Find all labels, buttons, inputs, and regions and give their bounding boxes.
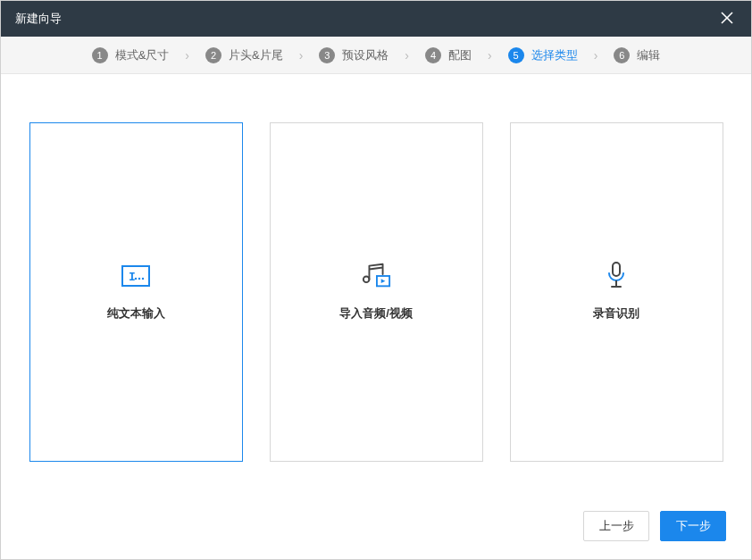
step-1[interactable]: 1 模式&尺寸: [88, 47, 173, 63]
step-2[interactable]: 2 片头&片尾: [202, 47, 287, 63]
wizard-window: 新建向导 1 模式&尺寸 › 2 片头&片尾 › 3 预设风格 › 4 配图 ›: [0, 0, 752, 560]
svg-point-4: [135, 278, 137, 280]
step-num: 4: [425, 47, 441, 63]
svg-point-7: [363, 276, 370, 282]
svg-point-6: [142, 278, 144, 280]
music-video-icon: [361, 263, 391, 289]
card-label: 纯文本输入: [107, 305, 165, 322]
step-6[interactable]: 6 编辑: [610, 47, 664, 63]
step-label: 模式&尺寸: [115, 47, 170, 63]
step-label: 选择类型: [531, 47, 578, 63]
step-num: 6: [614, 47, 630, 63]
chevron-right-icon: ›: [299, 48, 304, 63]
step-3[interactable]: 3 预设风格: [315, 47, 392, 63]
chevron-right-icon: ›: [405, 48, 409, 63]
microphone-icon: [601, 263, 631, 289]
chevron-right-icon: ›: [488, 48, 492, 63]
prev-button[interactable]: 上一步: [583, 511, 649, 541]
footer: 上一步 下一步: [1, 492, 751, 559]
step-label: 预设风格: [342, 47, 389, 63]
step-label: 编辑: [637, 47, 660, 63]
card-label: 导入音频/视频: [339, 305, 413, 322]
card-label: 录音识别: [593, 305, 639, 322]
text-input-icon: I: [121, 263, 151, 289]
card-import-media[interactable]: 导入音频/视频: [270, 122, 483, 462]
next-button[interactable]: 下一步: [660, 511, 726, 541]
titlebar: 新建向导: [1, 1, 751, 37]
step-4[interactable]: 4 配图: [422, 47, 475, 63]
step-num: 1: [92, 47, 108, 63]
card-area: I 纯文本输入 导入音频/视频: [1, 74, 751, 492]
card-record[interactable]: 录音识别: [510, 122, 723, 462]
svg-rect-9: [613, 263, 620, 276]
window-title: 新建向导: [15, 11, 62, 27]
svg-rect-2: [122, 266, 149, 286]
step-num: 2: [205, 47, 221, 63]
svg-point-5: [138, 278, 140, 280]
close-icon[interactable]: [717, 7, 737, 30]
chevron-right-icon: ›: [594, 48, 598, 63]
step-5[interactable]: 5 选择类型: [505, 47, 581, 63]
step-label: 配图: [448, 47, 472, 63]
chevron-right-icon: ›: [185, 48, 189, 63]
step-bar: 1 模式&尺寸 › 2 片头&片尾 › 3 预设风格 › 4 配图 › 5 选择…: [1, 37, 751, 74]
step-num: 5: [508, 47, 524, 63]
svg-text:I: I: [129, 270, 136, 283]
step-label: 片头&片尾: [229, 47, 283, 63]
card-text-input[interactable]: I 纯文本输入: [29, 122, 243, 462]
step-num: 3: [319, 47, 335, 63]
